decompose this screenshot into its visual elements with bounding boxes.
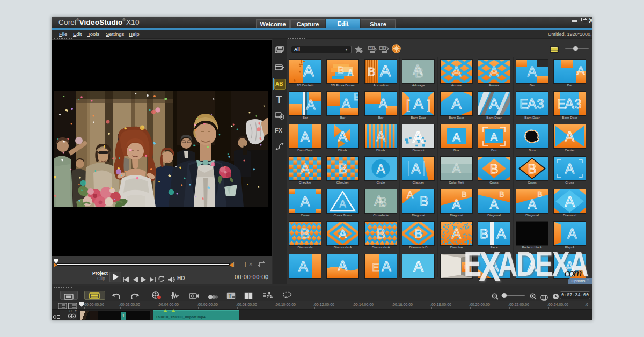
svg-text:AB: AB bbox=[379, 46, 385, 50]
svg-text:AB: AB bbox=[368, 46, 374, 50]
svg-text:T: T bbox=[228, 293, 231, 299]
